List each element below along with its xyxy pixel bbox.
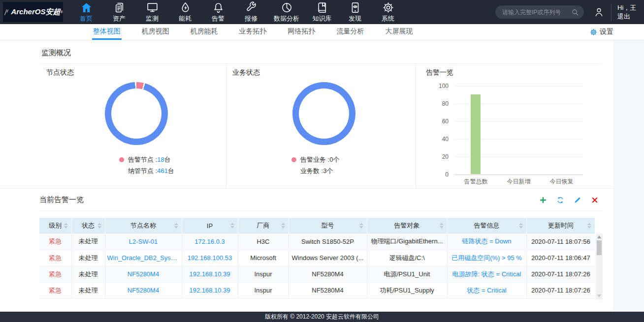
sort-arrows-icon[interactable] xyxy=(230,223,234,229)
cell-告警信息[interactable]: 链路状态 = Down xyxy=(447,234,526,250)
sort-arrows-icon[interactable] xyxy=(359,223,363,229)
divider xyxy=(39,210,603,211)
table-scrollbar[interactable] xyxy=(596,234,603,299)
tab-机房视图[interactable]: 机房视图 xyxy=(131,24,180,40)
refresh-button[interactable] xyxy=(556,196,564,204)
cell-IP[interactable]: 192.168.100.53 xyxy=(182,250,238,266)
cell-节点名称[interactable]: Win_Oracle_DB2_Sysba... xyxy=(105,250,182,266)
node-status-title: 节点状态 xyxy=(46,68,226,77)
column-label: IP xyxy=(207,222,213,230)
cell-状态: 未处理 xyxy=(71,250,105,266)
sort-arrows-icon[interactable] xyxy=(519,223,523,229)
table-row[interactable]: 紧急未处理NF5280M4192.168.10.39InspurNF5280M4… xyxy=(39,282,595,298)
nav-item-home[interactable]: 首页 xyxy=(76,1,97,23)
nav-item-knowledge-base[interactable]: 知识库 xyxy=(312,1,332,23)
legend-dot-icon xyxy=(291,157,296,162)
cell-IP[interactable]: 172.16.0.3 xyxy=(182,234,238,250)
column-header-厂商[interactable]: 厂商 xyxy=(238,218,289,234)
search-input[interactable] xyxy=(502,9,571,16)
user-icon[interactable] xyxy=(594,7,604,17)
nav-item-label: 系统 xyxy=(382,14,394,23)
sort-arrows-icon[interactable] xyxy=(587,223,591,229)
cell-IP[interactable]: 192.168.10.39 xyxy=(182,282,238,298)
delete-button[interactable] xyxy=(591,196,599,204)
column-header-IP[interactable]: IP xyxy=(182,218,238,234)
tab-机房能耗[interactable]: 机房能耗 xyxy=(180,24,228,40)
user-greeting: Hi，王 xyxy=(617,4,639,12)
sort-arrows-icon[interactable] xyxy=(174,223,178,229)
settings-button[interactable]: 设置 xyxy=(590,24,613,40)
column-header-告警信息[interactable]: 告警信息 xyxy=(447,218,526,234)
cell-厂商: Inspur xyxy=(238,266,289,282)
plot-area xyxy=(454,86,583,175)
home-icon xyxy=(80,1,93,14)
nav-item-data-analysis[interactable]: 数据分析 xyxy=(274,1,299,23)
tab-流量分析[interactable]: 流量分析 xyxy=(326,24,375,40)
service-status-title: 业务状态 xyxy=(232,68,416,77)
nav-item-repair[interactable]: 报修 xyxy=(241,1,261,23)
column-label: 告警对象 xyxy=(394,222,420,229)
cell-状态: 未处理 xyxy=(71,266,105,282)
table-row[interactable]: 紧急未处理Win_Oracle_DB2_Sysba...192.168.100.… xyxy=(39,250,595,266)
column-header-级别[interactable]: 级别 xyxy=(39,218,71,234)
nav-item-discovery[interactable]: 发现 xyxy=(345,1,365,23)
column-header-节点名称[interactable]: 节点名称 xyxy=(105,218,182,234)
cell-IP[interactable]: 192.168.10.39 xyxy=(182,266,238,282)
table-row[interactable]: 紧急未处理L2-SW-01172.16.0.3H3CSwitch S1850-5… xyxy=(39,234,595,250)
nav-item-label: 发现 xyxy=(349,14,361,23)
view-tabs: 整体视图机房视图机房能耗业务拓扑网络拓扑流量分析大屏展现 xyxy=(82,24,423,40)
add-alarm-button[interactable] xyxy=(539,196,547,204)
tab-整体视图[interactable]: 整体视图 xyxy=(82,24,131,40)
tab-label: 机房能耗 xyxy=(190,24,219,40)
alarm-table: 级别状态节点名称IP厂商型号告警对象告警信息更新时间 紧急未处理L2-SW-01… xyxy=(39,218,595,299)
nav-item-energy[interactable]: 能耗 xyxy=(175,1,195,23)
nav-item-monitoring[interactable]: 监测 xyxy=(142,1,162,23)
system-icon xyxy=(382,1,394,14)
cell-节点名称[interactable]: NF5280M4 xyxy=(105,266,182,282)
nav-item-system[interactable]: 系统 xyxy=(378,1,398,23)
y-tick-label: 0 xyxy=(426,171,449,178)
logo[interactable]: ArcherOS安超 ® xyxy=(3,2,63,22)
column-header-型号[interactable]: 型号 xyxy=(289,218,367,234)
cell-节点名称[interactable]: NF5280M4 xyxy=(105,282,182,298)
tab-网络拓扑[interactable]: 网络拓扑 xyxy=(277,24,326,40)
cell-告警信息[interactable]: 已用磁盘空间(%) > 95 % xyxy=(447,250,526,266)
cell-告警对象: 物理端口/GigabitEthern... xyxy=(367,234,447,250)
tab-大屏展现[interactable]: 大屏展现 xyxy=(375,24,423,40)
logout-link[interactable]: 退出 xyxy=(617,13,639,21)
nav-item-label: 数据分析 xyxy=(274,14,299,23)
sort-arrows-icon[interactable] xyxy=(440,223,444,229)
tab-业务拓扑[interactable]: 业务拓扑 xyxy=(228,24,277,40)
nav-item-label: 能耗 xyxy=(179,14,192,23)
legend-value: 3 xyxy=(323,167,326,175)
sort-arrows-icon[interactable] xyxy=(281,223,285,229)
scroll-up-arrow-icon[interactable] xyxy=(597,235,601,238)
legend-dot-icon xyxy=(119,157,124,162)
cell-告警信息[interactable]: 电源故障: 状态 = Critical xyxy=(447,266,526,282)
scroll-thumb[interactable] xyxy=(597,240,602,255)
scroll-down-arrow-icon[interactable] xyxy=(597,294,601,297)
cell-厂商: Microsoft xyxy=(238,250,289,266)
search-icon[interactable] xyxy=(571,8,579,16)
cell-级别: 紧急 xyxy=(39,266,71,282)
cell-状态: 未处理 xyxy=(71,234,105,250)
alarm-bar-chart: 020406080100告警总数今日新增今日恢复 xyxy=(426,81,592,187)
column-header-更新时间[interactable]: 更新时间 xyxy=(526,218,595,234)
cell-型号: NF5280M4 xyxy=(289,266,367,282)
footer: 版权所有 © 2012-2020 安超云软件有限公司 xyxy=(0,312,644,322)
nav-item-label: 首页 xyxy=(80,14,93,23)
edit-button[interactable] xyxy=(574,196,581,204)
table-row[interactable]: 紧急未处理NF5280M4192.168.10.39InspurNF5280M4… xyxy=(39,266,595,282)
sort-arrows-icon[interactable] xyxy=(64,223,68,229)
nav-item-alerts[interactable]: 告警 xyxy=(208,1,228,23)
column-header-状态[interactable]: 状态 xyxy=(71,218,105,234)
legend-unit: 个 xyxy=(326,167,333,176)
column-label: 厂商 xyxy=(257,222,270,229)
cell-级别: 紧急 xyxy=(39,282,71,298)
column-header-告警对象[interactable]: 告警对象 xyxy=(367,218,447,234)
content: 监测概况 节点状态 告警节点 : 18台纳管节点 : 461台 业务状态 告警业… xyxy=(0,40,613,312)
sort-arrows-icon[interactable] xyxy=(97,223,101,229)
nav-item-assets[interactable]: 资产 xyxy=(109,1,129,23)
cell-节点名称[interactable]: L2-SW-01 xyxy=(105,234,182,250)
cell-告警信息[interactable]: 状态 = Critical xyxy=(447,282,526,298)
